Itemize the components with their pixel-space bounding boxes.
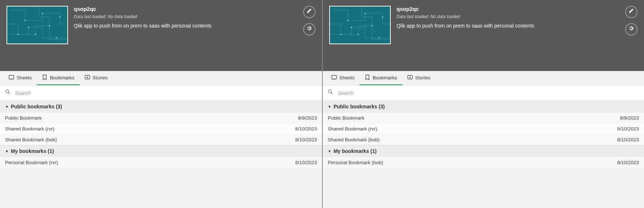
app-header: qsop2qcData last loaded: No data loadedQ… [323,0,644,71]
bookmark-row[interactable]: Shared Bookmark (rvr)8/10/2023 [323,123,644,134]
data-last-loaded-label: Data last loaded: No data loaded [397,14,625,19]
bookmark-icon [365,75,370,81]
search-input[interactable] [15,90,317,96]
bookmark-name: Shared Bookmark (rvr) [5,126,55,132]
app-title: qsop2qc [397,6,625,12]
section-title: Public bookmarks (3) [11,104,62,109]
tab-label: Sheets [17,75,32,80]
edit-button[interactable] [625,6,637,18]
tab-label: Bookmarks [373,75,397,80]
bookmark-date: 8/10/2023 [617,160,639,165]
tab-stories[interactable]: Stories [402,71,436,85]
chevron-down-icon: ▼ [5,149,9,153]
bookmark-date: 8/10/2023 [295,137,317,142]
bookmark-row[interactable]: Shared Bookmark (bob)8/10/2023 [323,134,644,145]
bookmark-row[interactable]: Shared Bookmark (rvr)8/10/2023 [0,123,322,134]
bookmark-date: 8/10/2023 [295,160,317,165]
bookmark-row[interactable]: Public Bookmark8/9/2023 [323,112,644,123]
app-header: qsop2qcData last loaded: No data loadedQ… [0,0,322,71]
edit-button[interactable] [303,6,315,18]
bookmark-row[interactable]: Personal Bookmark (bob)8/10/2023 [323,157,644,168]
data-last-loaded-label: Data last loaded: No data loaded [74,14,303,19]
chevron-down-icon: ▼ [328,105,331,109]
pencil-icon [628,8,635,16]
public-bookmarks-list: Public Bookmark8/9/2023Shared Bookmark (… [0,112,322,145]
app-description: Qlik app to push from on prem to saas wi… [74,23,303,29]
bookmark-row[interactable]: Shared Bookmark (bob)8/10/2023 [0,134,322,145]
my-bookmarks-header[interactable]: ▼My bookmarks (1) [323,145,644,157]
app-thumbnail[interactable] [329,6,391,44]
bookmark-name: Shared Bookmark (rvr) [328,126,377,132]
sheets-icon [9,75,14,81]
sheets-icon [331,75,337,81]
chevron-down-icon: ▼ [328,149,331,153]
tab-label: Bookmarks [50,75,75,80]
tab-sheets[interactable]: Sheets [4,71,37,85]
my-bookmarks-list: Personal Bookmark (bob)8/10/2023 [323,157,644,168]
bookmark-date: 8/10/2023 [617,126,639,132]
stories-icon [85,75,90,81]
bookmark-row[interactable]: Public Bookmark8/9/2023 [0,112,322,123]
app-description: Qlik app to push from on prem to saas wi… [397,23,625,29]
tab-bar: SheetsBookmarksStories [0,71,322,86]
tab-label: Stories [93,75,108,80]
bookmark-date: 8/10/2023 [295,126,317,132]
section-title: My bookmarks (1) [11,148,54,154]
bookmark-name: Shared Bookmark (bob) [328,137,380,142]
pencil-icon [306,8,313,16]
public-bookmarks-header[interactable]: ▼Public bookmarks (3) [0,100,322,112]
chevron-down-icon: ▼ [5,105,9,109]
search-icon [328,89,334,97]
gear-icon [628,26,635,33]
tab-label: Stories [415,75,431,80]
search-input[interactable] [338,90,639,96]
bookmark-date: 8/10/2023 [617,137,639,142]
bookmark-icon [42,75,47,81]
app-title: qsop2qc [74,6,303,12]
tab-bar: SheetsBookmarksStories [323,71,644,86]
settings-button[interactable] [625,23,637,36]
tab-stories[interactable]: Stories [80,71,113,85]
tab-bookmarks[interactable]: Bookmarks [37,71,80,85]
gear-icon [306,26,313,33]
app-thumbnail[interactable] [7,6,68,44]
section-title: My bookmarks (1) [334,148,377,154]
tab-sheets[interactable]: Sheets [326,71,360,85]
search-bar [323,86,644,100]
public-bookmarks-header[interactable]: ▼Public bookmarks (3) [323,100,644,112]
bookmark-name: Personal Bookmark (rvr) [5,160,58,165]
public-bookmarks-list: Public Bookmark8/9/2023Shared Bookmark (… [323,112,644,145]
my-bookmarks-header[interactable]: ▼My bookmarks (1) [0,145,322,157]
bookmark-name: Public Bookmark [328,115,364,121]
bookmark-date: 8/9/2023 [620,115,639,121]
tab-bookmarks[interactable]: Bookmarks [360,71,402,85]
search-icon [5,89,11,97]
search-bar [0,86,322,100]
bookmark-name: Public Bookmark [5,115,42,121]
section-title: Public bookmarks (3) [334,104,385,109]
bookmark-name: Shared Bookmark (bob) [5,137,57,142]
bookmark-row[interactable]: Personal Bookmark (rvr)8/10/2023 [0,157,322,168]
tab-label: Sheets [339,75,355,80]
bookmark-date: 8/9/2023 [298,115,317,121]
my-bookmarks-list: Personal Bookmark (rvr)8/10/2023 [0,157,322,168]
stories-icon [407,75,413,81]
bookmark-name: Personal Bookmark (bob) [328,160,383,165]
settings-button[interactable] [303,23,315,36]
